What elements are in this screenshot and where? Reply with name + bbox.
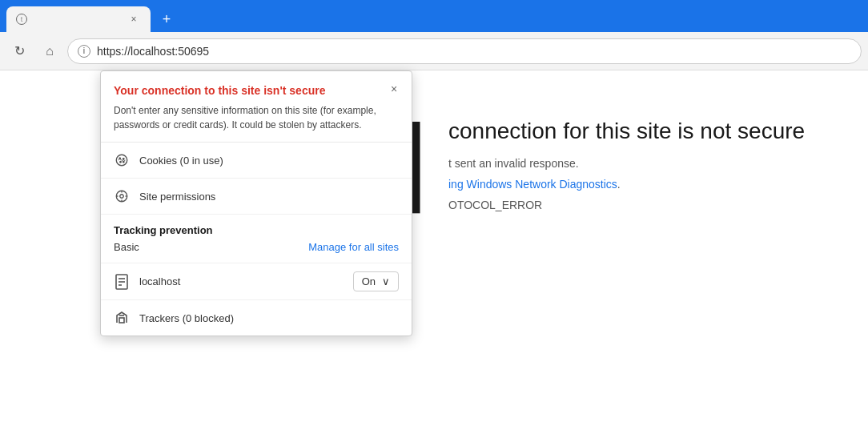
panel-title: Your connection to this site isn't secur…	[114, 84, 399, 97]
tab-favicon: t	[16, 14, 27, 25]
site-permissions-item[interactable]: Site permissions	[101, 179, 412, 215]
content-area: | connection for this site is not secure…	[0, 70, 868, 442]
address-bar[interactable]: i https://localhost:50695	[67, 38, 862, 64]
browser-frame: t × + ↻ ⌂ i https://localhost:50695 | co…	[0, 0, 868, 442]
url-text: https://localhost:50695	[97, 45, 209, 58]
browser-tab[interactable]: t ×	[6, 6, 151, 32]
localhost-icon	[114, 274, 130, 290]
cookies-label: Cookies (0 in use)	[139, 155, 223, 167]
panel-description: Don't enter any sensitive information on…	[114, 103, 399, 132]
reload-button[interactable]: ↻	[6, 38, 32, 64]
cookies-icon	[114, 152, 130, 168]
localhost-row: localhost On ∨	[101, 263, 412, 300]
error-heading: connection for this site is not secure	[448, 119, 836, 144]
error-description: t sent an invalid response.	[448, 157, 836, 170]
tab-bar: t × +	[0, 0, 868, 32]
svg-point-2	[123, 159, 125, 160]
site-info-icon[interactable]: i	[78, 45, 90, 58]
svg-point-6	[120, 195, 124, 199]
diagnostics-link[interactable]: ing Windows Network Diagnostics	[448, 178, 617, 191]
cookies-item[interactable]: Cookies (0 in use)	[101, 143, 412, 179]
on-dropdown[interactable]: On ∨	[353, 271, 399, 291]
new-tab-button[interactable]: +	[154, 6, 179, 32]
tracking-prevention-section: Tracking prevention Basic Manage for all…	[101, 215, 412, 263]
on-status: On	[362, 275, 376, 287]
error-code: OTOCOL_ERROR	[448, 199, 836, 211]
trackers-label: Trackers (0 blocked)	[139, 312, 234, 324]
tracking-row: Basic Manage for all sites	[114, 241, 399, 253]
home-button[interactable]: ⌂	[37, 38, 62, 64]
trackers-row: Trackers (0 blocked)	[101, 300, 412, 336]
tab-close-button[interactable]: ×	[127, 12, 141, 26]
panel-close-button[interactable]: ×	[386, 81, 402, 97]
address-bar-row: ↻ ⌂ i https://localhost:50695	[0, 32, 868, 70]
svg-point-3	[120, 162, 122, 163]
svg-rect-15	[119, 318, 124, 323]
manage-all-sites-link[interactable]: Manage for all sites	[308, 241, 399, 253]
localhost-name: localhost	[139, 275, 344, 287]
error-diagnostics: ing Windows Network Diagnostics.	[448, 178, 836, 191]
dropdown-arrow-icon: ∨	[382, 275, 390, 287]
panel-header: Your connection to this site isn't secur…	[101, 71, 412, 143]
trackers-icon	[114, 310, 130, 326]
permissions-icon	[114, 188, 130, 204]
tracking-level: Basic	[114, 241, 139, 253]
tracking-title: Tracking prevention	[114, 224, 399, 236]
security-panel: Your connection to this site isn't secur…	[100, 70, 412, 336]
site-permissions-label: Site permissions	[139, 191, 215, 203]
